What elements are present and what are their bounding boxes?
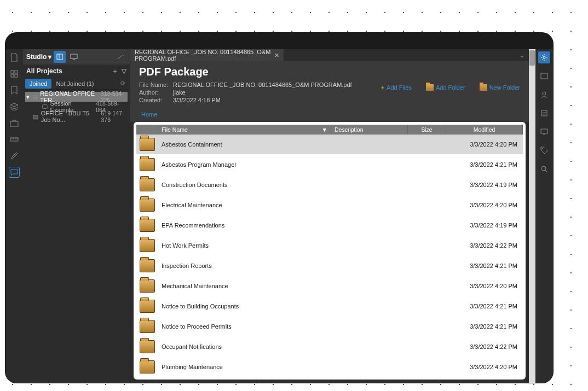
new-folder-button[interactable]: New Folder [480, 84, 520, 91]
document-tab-label: REGIONAL OFFICE _JOB NO. 0011484865_O&M … [135, 49, 271, 62]
modified-cell: 3/3/2022 4:21 PM [446, 262, 523, 269]
table-row[interactable]: Asbestos Program Manager3/3/2022 4:21 PM [136, 155, 523, 175]
col-file-name-header[interactable]: File Name▼ [158, 125, 331, 135]
table-row[interactable]: Inspection Reports3/3/2022 4:21 PM [136, 256, 523, 276]
package-header: PDF Package File Name: REGIONAL OFFICE _… [130, 61, 529, 109]
file-name-cell: Inspection Reports [158, 262, 331, 269]
svg-line-18 [545, 170, 547, 172]
window-titlebar [5, 33, 553, 49]
svg-point-12 [543, 92, 546, 95]
col-modified-header[interactable]: Modified [446, 125, 523, 135]
add-folder-button[interactable]: Add Folder [426, 84, 465, 91]
svg-rect-0 [11, 71, 14, 73]
table-row[interactable]: Asbestos Containment3/3/2022 4:20 PM [136, 135, 523, 155]
created-key: Created: [139, 97, 173, 103]
folder-icon [140, 259, 155, 272]
folder-icon [140, 279, 155, 293]
gear-icon[interactable] [538, 51, 550, 63]
modified-cell: 3/3/2022 4:21 PM [446, 303, 523, 310]
filter-icon[interactable]: ▽ [122, 67, 126, 75]
created-value: 3/3/2022 4:18 PM [173, 97, 352, 103]
layers-icon[interactable] [9, 101, 20, 112]
modified-cell: 3/3/2022 4:20 PM [446, 364, 523, 370]
project-sidebar: Studio▾ All Projects ＋ ▽ Joined Not Join… [23, 49, 130, 383]
user-icon[interactable] [538, 89, 550, 101]
file-name-cell: Electrical Maintenance [158, 202, 331, 208]
svg-point-10 [543, 56, 545, 59]
right-icon-rail [535, 49, 553, 383]
folder-icon [480, 84, 487, 91]
table-row[interactable]: EPA Recommendations3/3/2022 4:19 PM [136, 215, 523, 236]
session-icon: 🖵 [41, 103, 48, 110]
folder-icon [140, 138, 155, 151]
monitor-icon[interactable] [68, 51, 80, 63]
table-row[interactable]: Hot Work Permits3/3/2022 4:22 PM [136, 236, 523, 256]
left-icon-rail [5, 49, 23, 383]
project-office-bbu[interactable]: ▤ OFFICE - BBU T5 Job No... 619-147-376 [25, 112, 128, 121]
grid-icon[interactable] [9, 68, 20, 79]
modified-cell: 3/3/2022 4:20 PM [446, 141, 523, 148]
file-name-cell: Plumbing Maintenance [158, 364, 331, 370]
author-value: jlake [173, 89, 352, 96]
add-files-button[interactable]: +Add Files [381, 84, 412, 91]
tag-icon[interactable] [538, 144, 550, 156]
bookmark-icon[interactable] [9, 85, 20, 96]
svg-rect-4 [10, 121, 18, 126]
chat-icon[interactable] [9, 167, 20, 178]
table-row[interactable]: Plumbing Maintenance3/3/2022 4:20 PM [136, 357, 523, 377]
add-project-button[interactable]: ＋ [112, 67, 118, 76]
folder-icon [140, 360, 155, 374]
all-projects-label: All Projects [26, 67, 62, 75]
file-name-value: REGIONAL OFFICE _JOB NO. 0011484865_O&M … [173, 81, 352, 88]
main-scrollbar[interactable] [529, 49, 535, 383]
table-row[interactable]: Occupant Notifications3/3/2022 4:22 PM [136, 337, 523, 357]
tab-not-joined[interactable]: Not Joined (1) [51, 79, 98, 89]
table-row[interactable]: Electrical Maintenance3/3/2022 4:20 PM [136, 195, 523, 215]
plus-icon: + [381, 84, 384, 91]
file-name-cell: Occupant Notifications [158, 343, 331, 350]
briefcase-icon[interactable] [9, 118, 20, 129]
svg-rect-8 [71, 54, 77, 59]
panel-view-icon[interactable] [54, 51, 66, 63]
table-row[interactable]: Construction Documents3/3/2022 4:19 PM [136, 175, 523, 195]
svg-rect-1 [15, 71, 18, 73]
tab-joined[interactable]: Joined [25, 79, 51, 89]
display-icon[interactable] [538, 126, 550, 138]
refresh-icon[interactable]: ⟳ [120, 80, 128, 87]
col-icon-header[interactable] [136, 125, 158, 135]
folder-icon [140, 199, 155, 212]
pencil-icon[interactable] [9, 150, 20, 161]
search-icon[interactable] [538, 163, 550, 175]
folder-icon [140, 178, 155, 191]
file-icon[interactable] [9, 52, 20, 63]
studio-dropdown[interactable]: Studio▾ [26, 53, 51, 61]
table-row[interactable]: Mechanical Maintenance3/3/2022 4:20 PM [136, 276, 523, 296]
table-row[interactable]: Notice to Proceed Permits3/3/2022 4:21 P… [136, 317, 523, 337]
note-icon[interactable] [538, 107, 550, 119]
col-description-header[interactable]: Description [331, 125, 408, 135]
col-size-header[interactable]: Size [408, 125, 446, 135]
folder-icon [140, 239, 155, 252]
folder-icon [140, 340, 155, 353]
ruler-icon[interactable] [9, 134, 20, 145]
file-name-cell: Asbestos Containment [158, 141, 331, 148]
modified-cell: 3/3/2022 4:21 PM [446, 161, 523, 168]
project-icon: ▤ [32, 94, 38, 101]
document-tab[interactable]: REGIONAL OFFICE _JOB NO. 0011484865_O&M … [130, 49, 284, 61]
svg-point-17 [541, 166, 546, 171]
breadcrumb-home[interactable]: Home [141, 111, 157, 118]
chevron-down-icon: ▾ [48, 53, 51, 61]
svg-rect-6 [57, 54, 62, 60]
folder-icon [140, 300, 155, 313]
svg-rect-13 [541, 110, 547, 116]
file-name-cell: Construction Documents [158, 182, 331, 188]
table-row[interactable]: Notice to Building Occupants3/3/2022 4:2… [136, 296, 523, 317]
folder-icon [426, 84, 434, 91]
wand-icon[interactable] [114, 51, 126, 63]
panel-icon[interactable] [538, 70, 550, 82]
svg-rect-3 [15, 74, 18, 77]
tab-overflow-icon[interactable]: ⌄ [515, 49, 529, 61]
project-icon: ▤ [33, 113, 39, 120]
modified-cell: 3/3/2022 4:22 PM [446, 343, 523, 350]
close-icon[interactable]: ✕ [274, 52, 279, 59]
